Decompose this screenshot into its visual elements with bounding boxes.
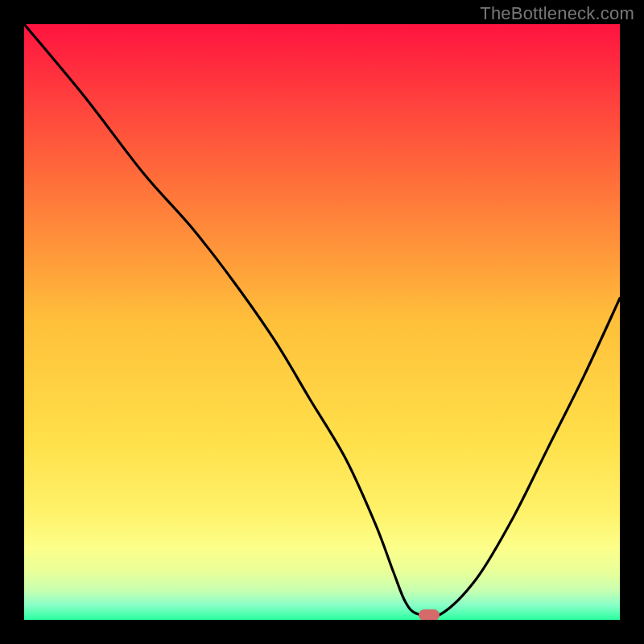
curve-layer [24,24,620,620]
bottleneck-curve [24,24,620,617]
watermark-text: TheBottleneck.com [480,3,634,24]
optimal-point-marker [419,609,440,620]
plot-area [24,24,620,620]
chart-frame: TheBottleneck.com [0,0,644,644]
